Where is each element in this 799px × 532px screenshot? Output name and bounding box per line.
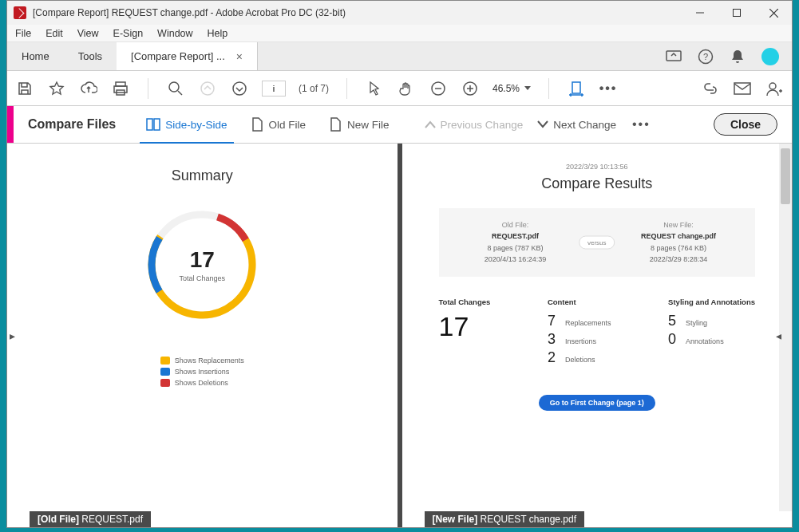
- collapse-right-icon[interactable]: ◂: [773, 320, 784, 352]
- page-number-input[interactable]: [262, 81, 286, 97]
- mail-icon[interactable]: [733, 79, 752, 98]
- chevron-up-icon: [425, 120, 436, 129]
- tab-home[interactable]: Home: [7, 42, 64, 70]
- svg-rect-23: [154, 119, 160, 130]
- new-file-page[interactable]: 2022/3/29 10:13:56 Compare Results Old F…: [402, 144, 793, 527]
- new-file-pane: 2022/3/29 10:13:56 Compare Results Old F…: [398, 144, 793, 527]
- total-changes-block: Total Changes 17: [439, 298, 491, 368]
- summary-heading: Summary: [15, 167, 390, 184]
- zoom-out-icon[interactable]: [429, 79, 448, 98]
- compare-accent-stripe: [7, 106, 14, 143]
- page-down-icon[interactable]: [230, 79, 249, 98]
- tab-document-label: [Compare Report] ...: [131, 50, 225, 62]
- swatch-insertions-icon: [160, 368, 170, 376]
- collapse-left-icon[interactable]: ▸: [7, 320, 18, 352]
- window-title: [Compare Report] REQUEST change.pdf - Ad…: [33, 7, 682, 18]
- compare-more-icon[interactable]: •••: [632, 117, 651, 132]
- cloud-upload-icon[interactable]: [79, 79, 98, 98]
- file-compare-panel: Old File: REQUEST.pdf 8 pages (787 KB) 2…: [439, 208, 756, 277]
- view-side-by-side-button[interactable]: Side-by-Side: [135, 106, 238, 143]
- svg-rect-22: [147, 119, 152, 130]
- go-to-first-change-button[interactable]: Go to First Change (page 1): [539, 395, 655, 411]
- svg-point-10: [169, 82, 179, 92]
- zoom-search-icon[interactable]: [166, 79, 185, 98]
- svg-line-11: [178, 91, 182, 95]
- svg-rect-1: [734, 10, 741, 17]
- old-file-pane: Summary 17 Total: [7, 144, 398, 527]
- main-toolbar: (1 of 7) 46.5% •••: [7, 71, 792, 106]
- legend-deletions: Shows Deletions: [175, 379, 228, 387]
- scrollbar-thumb[interactable]: [781, 148, 790, 204]
- menu-esign[interactable]: E-Sign: [113, 28, 144, 39]
- menu-help[interactable]: Help: [208, 28, 228, 39]
- menu-file[interactable]: File: [15, 28, 31, 39]
- more-tools-icon[interactable]: •••: [599, 79, 618, 98]
- chevron-down-icon: [537, 120, 548, 129]
- page-up-icon[interactable]: [198, 79, 217, 98]
- maximize-button[interactable]: [718, 1, 755, 25]
- view-new-file-button[interactable]: New File: [317, 106, 401, 143]
- compare-toolbar: Compare Files Side-by-Side Old File New …: [7, 106, 792, 144]
- changes-donut-chart: 17 Total Changes: [142, 205, 262, 325]
- menu-view[interactable]: View: [77, 28, 99, 39]
- next-change-button[interactable]: Next Change: [537, 119, 616, 131]
- zoom-level-value: 46.5%: [492, 83, 520, 94]
- total-changes-number: 17: [190, 247, 215, 273]
- zoom-level-dropdown[interactable]: 46.5%: [492, 83, 531, 94]
- menu-window[interactable]: Window: [157, 28, 192, 39]
- versus-badge: versus: [579, 235, 615, 249]
- save-icon[interactable]: [15, 79, 34, 98]
- old-file-info: Old File: REQUEST.pdf 8 pages (787 KB) 2…: [460, 219, 572, 266]
- legend-replacements: Shows Replacements: [175, 357, 244, 365]
- app-window: [Compare Report] REQUEST change.pdf - Ad…: [6, 0, 793, 528]
- menu-bar: File Edit View E-Sign Window Help: [7, 25, 792, 42]
- close-window-button[interactable]: [755, 1, 792, 25]
- svg-rect-19: [572, 82, 580, 93]
- svg-point-13: [233, 82, 246, 95]
- swatch-deletions-icon: [160, 379, 170, 387]
- star-icon[interactable]: [47, 79, 66, 98]
- summary-legend: Shows Replacements Shows Insertions Show…: [160, 353, 244, 390]
- document-icon: [328, 117, 342, 132]
- results-heading: Compare Results: [439, 175, 756, 192]
- legend-insertions: Shows Insertions: [175, 368, 230, 376]
- styling-block: Styling and Annotations 5Styling 0Annota…: [668, 298, 755, 368]
- link-share-icon[interactable]: [701, 79, 720, 98]
- minimize-button[interactable]: [682, 1, 718, 25]
- tab-tools[interactable]: Tools: [64, 42, 117, 70]
- old-file-page[interactable]: Summary 17 Total: [7, 144, 398, 527]
- print-icon[interactable]: [111, 79, 130, 98]
- tab-close-icon[interactable]: ×: [236, 50, 243, 63]
- new-file-info: New File: REQUEST change.pdf 8 pages (76…: [623, 219, 734, 266]
- acrobat-icon: [14, 6, 26, 19]
- tab-bar: Home Tools [Compare Report] ... × ?: [7, 42, 792, 71]
- svg-text:?: ?: [703, 52, 708, 61]
- fit-width-icon[interactable]: [567, 79, 586, 98]
- selection-arrow-icon[interactable]: [365, 79, 384, 98]
- person-add-icon[interactable]: [765, 79, 784, 98]
- svg-rect-4: [666, 51, 681, 61]
- tab-document[interactable]: [Compare Report] ... ×: [117, 42, 258, 70]
- svg-point-12: [201, 82, 214, 95]
- chevron-down-icon: [524, 86, 531, 91]
- svg-rect-20: [734, 83, 750, 94]
- total-changes-label: Total Changes: [179, 274, 225, 282]
- hand-tool-icon[interactable]: [397, 79, 416, 98]
- bell-icon[interactable]: [730, 49, 746, 65]
- old-file-footer-label: [Old File] REQUEST.pdf: [30, 511, 151, 527]
- prev-change-button[interactable]: Previous Change: [425, 119, 524, 131]
- side-by-side-icon: [146, 117, 160, 132]
- view-old-file-button[interactable]: Old File: [239, 106, 318, 143]
- help-icon[interactable]: ?: [698, 49, 714, 65]
- new-file-footer-label: [New File] REQUEST change.pdf: [425, 511, 585, 527]
- screen-share-icon[interactable]: [666, 49, 682, 65]
- menu-edit[interactable]: Edit: [45, 28, 63, 39]
- document-icon: [250, 117, 264, 132]
- tabbar-right-tools: ?: [666, 42, 792, 70]
- page-count-label: (1 of 7): [299, 83, 329, 94]
- compare-close-button[interactable]: Close: [714, 113, 777, 136]
- account-avatar[interactable]: [761, 48, 779, 65]
- zoom-in-icon[interactable]: [461, 79, 480, 98]
- content-changes-block: Content 7Replacements 3Insertions 2Delet…: [548, 298, 611, 368]
- stats-row: Total Changes 17 Content 7Replacements 3…: [439, 298, 756, 368]
